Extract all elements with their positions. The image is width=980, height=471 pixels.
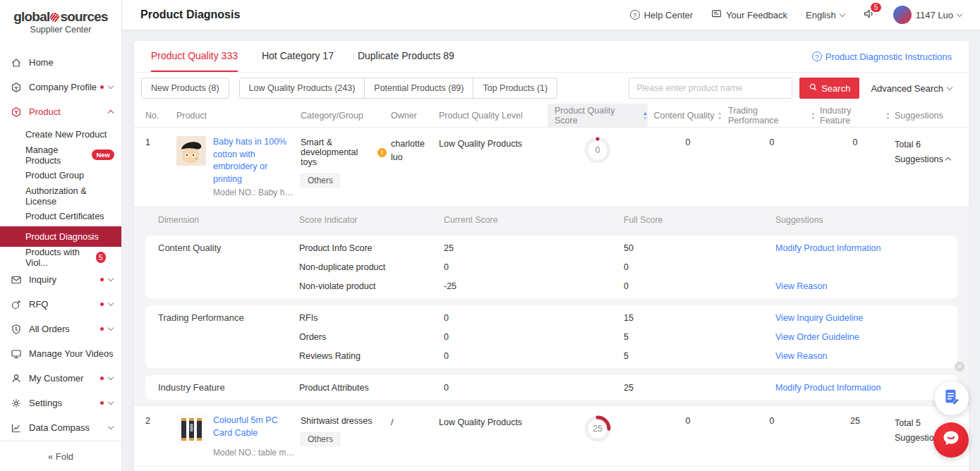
- sidebar-item-all-orders[interactable]: $ All Orders: [0, 317, 121, 341]
- inquiry-icon: [11, 274, 22, 286]
- product-diagnostic-instructions-link[interactable]: ? Product Diagnostic Instructions: [812, 41, 952, 72]
- avatar: [893, 6, 912, 24]
- live-chat-button[interactable]: [933, 422, 969, 458]
- main-card: Product Quality 333 Hot Category 17 Dupl…: [134, 41, 969, 471]
- red-dot: [100, 302, 104, 306]
- filter-new-products[interactable]: New Products (8): [141, 78, 229, 99]
- category-warning-icon[interactable]: !: [377, 148, 387, 157]
- document-edit-icon: [943, 388, 961, 409]
- red-dot: [100, 327, 104, 331]
- filters-row: New Products (8) Low Quality Products (2…: [134, 73, 969, 104]
- modify-product-information-link[interactable]: Modify Product Information: [775, 383, 945, 393]
- chevron-up-icon: [945, 157, 951, 163]
- col-header-no: No.: [145, 104, 172, 127]
- product-title-link[interactable]: Colourful 5m PC Card Cable: [213, 415, 296, 439]
- product-image[interactable]: [176, 136, 206, 166]
- sidebar-item-data-compass[interactable]: Data Compass: [0, 415, 121, 440]
- view-reason-link[interactable]: View Reason: [775, 281, 945, 291]
- sidebar-item-rfq[interactable]: RFQ: [0, 292, 121, 317]
- col-header-quality-score-sort[interactable]: Product Quality Score ▲▼: [548, 104, 648, 127]
- close-widget-icon[interactable]: ✕: [955, 362, 964, 372]
- col-header-category: Category/Group: [301, 104, 387, 127]
- notification-badge: 5: [871, 3, 881, 12]
- sort-icons: ▲▼: [718, 111, 722, 120]
- sidebar-item-manage-your-videos[interactable]: Manage Your Videos: [0, 341, 121, 366]
- col-header-trading-performance-sort[interactable]: Trading Performance ▲▼: [728, 104, 816, 127]
- settings-icon: [11, 398, 22, 409]
- suggestions-toggle[interactable]: Total 6 Suggestions: [895, 136, 957, 168]
- chevron-down-icon: [108, 325, 114, 331]
- red-dot: [100, 377, 104, 380]
- chevron-down-icon: [947, 84, 952, 90]
- product-model: Model NO.: table more tha...: [213, 448, 296, 458]
- fold-sidebar-button[interactable]: « Fold: [0, 441, 121, 471]
- tab-hot-category[interactable]: Hot Category 17: [262, 41, 334, 72]
- col-header-content-quality-sort[interactable]: Content Quality ▲▼: [652, 104, 724, 127]
- table-row: 2 Colourful 5m PC Card Cable Model NO.: …: [134, 406, 969, 467]
- product-name-search-input[interactable]: [629, 78, 792, 99]
- sidebar-menu: Home Company Profile Product Create New …: [0, 40, 121, 441]
- chevron-down-icon: [108, 399, 114, 405]
- count-badge: 5: [96, 252, 106, 263]
- logo-word1: global: [13, 9, 49, 25]
- sort-icons: ▲▼: [643, 111, 648, 120]
- col-header-product: Product: [176, 104, 296, 127]
- product-title-link[interactable]: Baby hats in 100% cotton with embroidery…: [213, 136, 296, 185]
- sidebar-item-my-customer[interactable]: My Customer: [0, 366, 121, 391]
- detail-card-content-quality: Content Quality Product Info Score 25 50…: [145, 236, 957, 298]
- sidebar-item-settings[interactable]: Settings: [0, 391, 121, 415]
- tab-duplicate-products[interactable]: Duplicate Products 89: [358, 41, 454, 72]
- sidebar-item-product-group[interactable]: Product Group: [0, 165, 121, 185]
- filter-top-products[interactable]: Top Products (1): [473, 78, 557, 99]
- table-header-row: No. Product Category/Group Owner Product…: [134, 104, 969, 128]
- sidebar-item-product[interactable]: Product: [0, 99, 121, 124]
- logo: globalsources Supplier Center: [0, 0, 121, 40]
- sidebar-item-product-certificates[interactable]: Product Certificates: [0, 206, 121, 226]
- your-feedback-link[interactable]: Your Feedback: [711, 8, 787, 21]
- language-selector[interactable]: English: [806, 10, 845, 20]
- tab-product-quality[interactable]: Product Quality 333: [151, 41, 238, 72]
- product-image[interactable]: [176, 415, 206, 444]
- globe-icon: [50, 13, 59, 22]
- category-text: Shirtwaist dresses: [301, 416, 372, 426]
- orders-icon: $: [11, 324, 22, 335]
- user-name: 1147 Luo: [916, 10, 953, 20]
- view-order-guideline-link[interactable]: View Order Guideline: [775, 332, 945, 342]
- announcements-button[interactable]: 5: [863, 8, 875, 22]
- red-dot: [100, 278, 104, 281]
- company-profile-icon: [11, 82, 22, 93]
- sidebar-item-manage-products[interactable]: Manage ProductsNew: [0, 145, 121, 165]
- videos-icon: [11, 348, 22, 360]
- rfq-icon: [11, 299, 22, 310]
- sidebar-item-product-diagnosis[interactable]: Product Diagnosis: [0, 226, 121, 247]
- col-header-suggestions: Suggestions: [895, 104, 957, 127]
- sidebar-item-authorization-license[interactable]: Authorization & License: [0, 185, 121, 206]
- advanced-search-toggle[interactable]: Advanced Search: [871, 83, 952, 94]
- quality-score-ring: 25: [583, 415, 612, 443]
- filter-potential-products[interactable]: Potential Products (89): [364, 78, 473, 99]
- customer-icon: [11, 373, 22, 384]
- red-dot: [100, 85, 104, 89]
- sidebar-item-create-new-product[interactable]: Create New Product: [0, 124, 121, 145]
- sidebar-item-products-with-violations[interactable]: Products with Viol...5: [0, 247, 121, 267]
- app-root: globalsources Supplier Center Home Compa…: [0, 0, 980, 471]
- sidebar-item-company-profile[interactable]: Company Profile: [0, 75, 121, 99]
- help-center-link[interactable]: ? Help Center: [630, 10, 693, 20]
- user-menu[interactable]: 1147 Luo: [893, 6, 962, 24]
- view-reason-link[interactable]: View Reason: [775, 351, 945, 361]
- red-dot: [100, 401, 104, 405]
- chevron-down-icon: [108, 424, 114, 429]
- group-tag: Others: [301, 173, 340, 188]
- search-button[interactable]: Search: [799, 78, 859, 99]
- filter-low-quality-products[interactable]: Low Quality Products (243): [239, 78, 365, 99]
- modify-product-information-link[interactable]: Modify Product Information: [775, 243, 945, 253]
- top-header-right: ? Help Center Your Feedback English 5: [630, 6, 962, 24]
- col-header-industry-feature-sort[interactable]: Industry Feature ▲▼: [820, 104, 890, 127]
- logo-word2: sources: [60, 9, 107, 25]
- view-inquiry-guideline-link[interactable]: View Inquiry Guideline: [775, 313, 945, 323]
- col-header-owner: Owner: [391, 104, 435, 127]
- survey-widget-button[interactable]: [935, 381, 969, 415]
- detail-card-industry-feature: Industry Feature Product Attributes 0 25…: [145, 375, 957, 400]
- sidebar-item-home[interactable]: Home: [0, 50, 121, 75]
- sidebar-item-inquiry[interactable]: Inquiry: [0, 267, 121, 292]
